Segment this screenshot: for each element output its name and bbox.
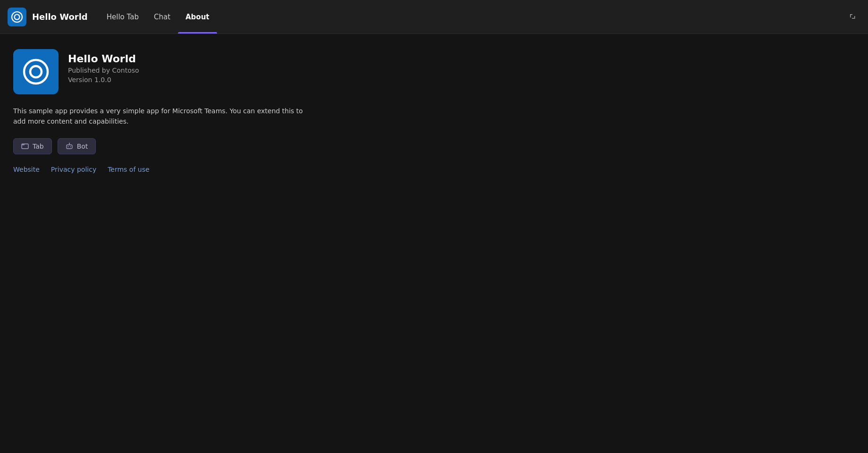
bot-icon (66, 143, 73, 150)
app-title: Hello World (68, 53, 139, 65)
capability-bot: Bot (58, 138, 96, 154)
svg-rect-5 (22, 144, 25, 145)
svg-rect-6 (67, 145, 72, 149)
capability-tab: Tab (13, 138, 52, 154)
app-version: Version 1.0.0 (68, 76, 139, 84)
svg-point-2 (24, 60, 48, 84)
svg-point-10 (69, 143, 70, 143)
main-content: Hello World Published by Contoso Version… (0, 34, 868, 453)
privacy-policy-link[interactable]: Privacy policy (51, 166, 96, 173)
tab-chat[interactable]: Chat (146, 0, 178, 34)
app-logo-icon (8, 8, 26, 26)
app-details: Hello World Published by Contoso Version… (68, 49, 139, 84)
app-info-section: Hello World Published by Contoso Version… (13, 49, 855, 94)
terms-of-use-link[interactable]: Terms of use (108, 166, 149, 173)
svg-point-1 (15, 14, 20, 19)
app-header: Hello World Hello Tab Chat About (0, 0, 868, 34)
tab-icon (21, 143, 29, 150)
expand-icon[interactable] (845, 9, 860, 25)
tab-about[interactable]: About (178, 0, 217, 34)
app-icon-large (13, 49, 59, 94)
svg-point-7 (67, 146, 68, 147)
svg-point-3 (30, 66, 42, 77)
website-link[interactable]: Website (13, 166, 40, 173)
nav-tabs: Hello Tab Chat About (99, 0, 217, 34)
header-app-name: Hello World (32, 12, 88, 22)
app-description: This sample app provides a very simple a… (13, 106, 306, 127)
tab-hello-tab[interactable]: Hello Tab (99, 0, 146, 34)
links-row: Website Privacy policy Terms of use (13, 166, 855, 173)
svg-point-0 (12, 12, 22, 22)
svg-point-8 (70, 146, 71, 147)
capabilities-row: Tab Bot (13, 138, 855, 154)
app-publisher: Published by Contoso (68, 67, 139, 74)
